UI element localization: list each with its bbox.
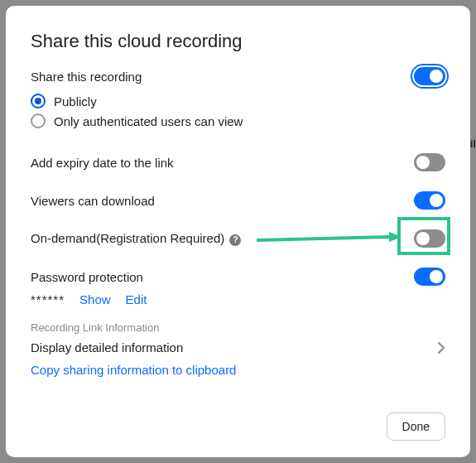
radio-publicly-indicator: [31, 94, 46, 109]
done-button[interactable]: Done: [387, 412, 445, 441]
password-controls: ****** Show Edit: [31, 292, 445, 306]
display-detailed-info-row[interactable]: Display detailed information: [31, 340, 445, 354]
ondemand-label-wrap: On-demand(Registration Required) ?: [31, 231, 241, 245]
password-edit-link[interactable]: Edit: [126, 292, 147, 306]
download-toggle[interactable]: [414, 191, 445, 210]
share-recording-toggle[interactable]: [414, 67, 445, 85]
radio-auth-only-indicator: [31, 113, 46, 128]
download-label: Viewers can download: [31, 194, 155, 208]
download-row: Viewers can download: [31, 191, 445, 210]
radio-auth-only-label: Only authenticated users can view: [54, 114, 243, 128]
radio-publicly[interactable]: Publicly: [31, 94, 445, 109]
expiry-row: Add expiry date to the link: [31, 153, 445, 171]
share-recording-label: Share this recording: [31, 70, 142, 84]
password-row: Password protection: [31, 268, 445, 286]
expiry-toggle[interactable]: [414, 153, 445, 171]
help-icon[interactable]: ?: [229, 234, 241, 246]
dialog-footer: Done: [31, 412, 445, 441]
share-recording-row: Share this recording: [31, 67, 445, 85]
ondemand-row: On-demand(Registration Required) ?: [31, 229, 445, 248]
dialog-title: Share this cloud recording: [31, 31, 445, 52]
radio-auth-only[interactable]: Only authenticated users can view: [31, 113, 445, 128]
recording-link-heading: Recording Link Information: [31, 321, 445, 334]
password-mask: ******: [31, 292, 65, 306]
password-show-link[interactable]: Show: [79, 292, 111, 306]
share-visibility-radios: Publicly Only authenticated users can vi…: [31, 89, 445, 132]
ondemand-toggle[interactable]: [414, 229, 445, 248]
password-toggle[interactable]: [414, 268, 445, 286]
copy-sharing-info-link[interactable]: Copy sharing information to clipboard: [31, 363, 445, 377]
radio-publicly-label: Publicly: [54, 94, 97, 109]
password-label: Password protection: [31, 270, 143, 284]
display-detailed-info-label: Display detailed information: [31, 340, 183, 354]
expiry-label: Add expiry date to the link: [31, 156, 174, 170]
ondemand-label: On-demand(Registration Required): [31, 231, 224, 245]
background-text-fragment: il: [470, 137, 476, 150]
chevron-right-icon: [437, 341, 445, 354]
share-recording-dialog: Share this cloud recording Share this re…: [6, 6, 470, 457]
